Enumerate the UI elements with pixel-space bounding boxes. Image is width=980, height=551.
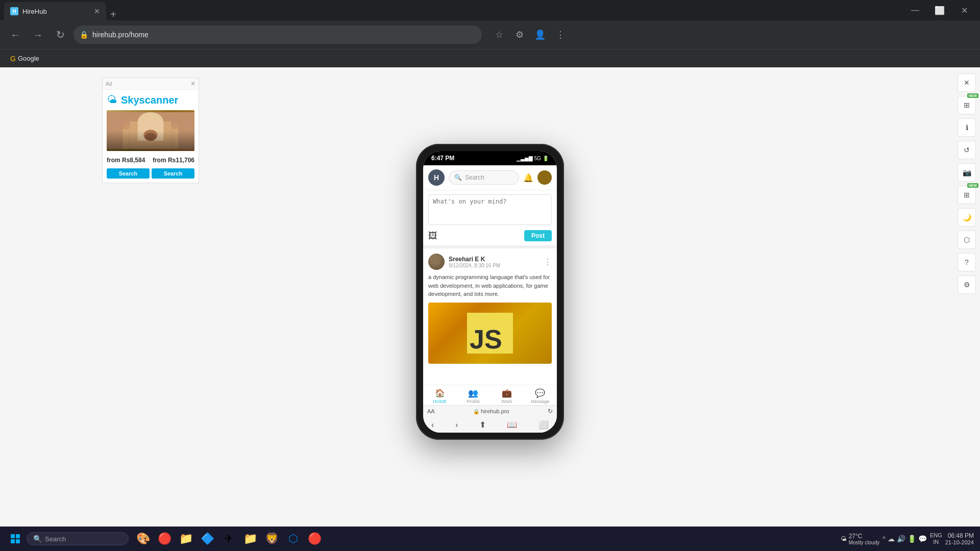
phone-tabs-button[interactable]: ⬜ bbox=[538, 420, 549, 430]
sidebar-screenshot-button[interactable]: 📷 bbox=[958, 163, 976, 182]
taskbar-app-files[interactable]: 📁 bbox=[176, 529, 196, 549]
ad-search-button-1[interactable]: Search bbox=[107, 168, 150, 179]
opera-icon: 🔴 bbox=[308, 532, 322, 545]
reload-button[interactable]: ↻ bbox=[51, 26, 69, 44]
ad-panel: Ad ✕ 🌤 Skyscanner bbox=[102, 78, 199, 183]
language-indicator[interactable]: ENG IN bbox=[930, 532, 942, 545]
menu-button[interactable]: ⋮ bbox=[551, 26, 570, 44]
image-attach-icon[interactable]: 🖼 bbox=[428, 231, 437, 241]
taskbar-app-paint[interactable]: 🎨 bbox=[133, 529, 153, 549]
home-icon: 🏠 bbox=[435, 388, 445, 398]
sidebar-dark-mode-button[interactable]: 🌙 bbox=[958, 208, 976, 227]
nav-profile-label: Profile bbox=[467, 399, 480, 404]
taskbar-app-2[interactable]: 🔴 bbox=[154, 529, 175, 549]
extensions-button[interactable]: ⚙ bbox=[510, 26, 529, 44]
sidebar-new-tab2-button[interactable]: ⊞ bbox=[958, 186, 976, 204]
phone-bookmark-button[interactable]: 📖 bbox=[507, 420, 517, 430]
nav-home[interactable]: 🏠 HOME bbox=[423, 388, 457, 404]
sidebar-help-button[interactable]: ? bbox=[958, 253, 976, 271]
close-button[interactable]: ✕ bbox=[952, 0, 976, 20]
taskbar-app-vscode[interactable]: ⬡ bbox=[283, 529, 303, 549]
active-tab[interactable]: H HireHub ✕ bbox=[4, 2, 106, 20]
weather-icon: 🌤 bbox=[841, 535, 847, 542]
search-placeholder: Search bbox=[465, 174, 484, 181]
nav-work[interactable]: 💼 Work bbox=[490, 388, 524, 404]
address-bar[interactable]: 🔒 hirehub.pro/home bbox=[74, 26, 482, 44]
window-controls: — ⬜ ✕ bbox=[903, 0, 976, 20]
back-button[interactable]: ← bbox=[6, 26, 24, 44]
forward-button[interactable]: → bbox=[29, 26, 47, 44]
post-textarea[interactable] bbox=[428, 194, 552, 225]
lock-icon: 🔒 bbox=[473, 409, 479, 414]
phone-status-icons: ▁▃▅▇ 5G 🔋 bbox=[517, 156, 549, 161]
font-size-button[interactable]: AA bbox=[427, 408, 435, 414]
post-actions: 🖼 Post bbox=[428, 230, 552, 241]
sidebar-settings-button[interactable]: ⚙ bbox=[958, 276, 976, 294]
profile-button[interactable]: 👤 bbox=[531, 26, 549, 44]
files-icon: 📁 bbox=[179, 532, 193, 545]
toolbar-actions: ☆ ⚙ 👤 ⋮ bbox=[490, 26, 570, 44]
clock-time: 06:48 PM bbox=[945, 532, 974, 539]
notification-icon[interactable]: 🔔 bbox=[523, 173, 533, 183]
cloud-icon[interactable]: ☁ bbox=[888, 535, 895, 543]
battery-icon: 🔋 bbox=[543, 156, 549, 161]
sidebar-refresh-button[interactable]: ↺ bbox=[958, 141, 976, 159]
brave-icon: 🦁 bbox=[265, 532, 279, 545]
maximize-button[interactable]: ⬜ bbox=[928, 0, 951, 20]
svg-point-5 bbox=[123, 122, 130, 130]
systray-expand-button[interactable]: ^ bbox=[883, 535, 886, 542]
sidebar-info-button[interactable]: ℹ bbox=[958, 118, 976, 137]
bookmark-star-button[interactable]: ☆ bbox=[490, 26, 508, 44]
phone-reload-button[interactable]: ↻ bbox=[548, 408, 553, 415]
ad-search-button-2[interactable]: Search bbox=[152, 168, 194, 179]
post-button[interactable]: Post bbox=[524, 230, 552, 241]
profile-avatar[interactable] bbox=[537, 170, 552, 185]
post-author-name: Sreehari E K bbox=[449, 256, 540, 263]
taskbar-app-4[interactable]: 🔷 bbox=[197, 529, 217, 549]
phone-mockup: 6:47 PM ▁▃▅▇ 5G 🔋 H 🔍 Search bbox=[416, 144, 564, 440]
minimize-button[interactable]: — bbox=[903, 0, 927, 20]
phone-forward-button[interactable]: › bbox=[455, 420, 458, 430]
vscode-icon: ⬡ bbox=[288, 532, 298, 545]
sidebar-new-tab-button[interactable]: ⊞ bbox=[958, 96, 976, 114]
ad-image-overlay bbox=[107, 131, 194, 151]
nav-profile[interactable]: 👥 Profile bbox=[457, 388, 491, 404]
user-avatar: H bbox=[428, 169, 445, 186]
clock-display[interactable]: 06:48 PM 21-10-2024 bbox=[945, 532, 974, 545]
taskbar-app-brave[interactable]: 🦁 bbox=[261, 529, 282, 549]
title-bar: H HireHub ✕ + — ⬜ ✕ bbox=[0, 0, 980, 20]
phone-url-bar[interactable]: 🔒 hirehub.pro bbox=[438, 408, 545, 414]
ad-close-button[interactable]: ✕ bbox=[190, 80, 195, 87]
volume-icon[interactable]: 🔊 bbox=[897, 535, 905, 543]
taskbar-app-opera[interactable]: 🔴 bbox=[304, 529, 325, 549]
ad-label: Ad bbox=[106, 81, 112, 87]
sidebar-share-button[interactable]: ⬡ bbox=[958, 231, 976, 249]
taskbar-app-explorer[interactable]: 📁 bbox=[240, 529, 260, 549]
systray: ^ ☁ 🔊 🔋 💬 bbox=[883, 535, 927, 543]
post-info: Sreehari E K 9/12/2024, 8:30:16 PM bbox=[449, 256, 540, 268]
signal-bars-icon: ▁▃▅▇ bbox=[517, 156, 533, 161]
ad-price-1-value: from Rs8,584 bbox=[107, 157, 145, 164]
bookmark-google[interactable]: G Google bbox=[6, 53, 43, 65]
post-menu-icon[interactable]: ⋮ bbox=[544, 257, 552, 267]
start-button[interactable] bbox=[6, 530, 24, 548]
taskbar-search-bar[interactable]: 🔍 Search bbox=[27, 532, 129, 545]
post-date: 9/12/2024, 8:30:16 PM bbox=[449, 263, 540, 268]
battery-systray-icon[interactable]: 🔋 bbox=[908, 535, 916, 543]
chat-icon[interactable]: 💬 bbox=[918, 535, 927, 543]
telegram-icon: ✈ bbox=[224, 532, 233, 545]
taskbar-right: 🌤 27°C Mostly cloudy ^ ☁ 🔊 🔋 💬 ENG IN 06… bbox=[841, 532, 974, 545]
taskbar-app-telegram[interactable]: ✈ bbox=[218, 529, 239, 549]
post-header: Sreehari E K 9/12/2024, 8:30:16 PM ⋮ bbox=[428, 254, 552, 270]
new-tab-button[interactable]: + bbox=[110, 9, 116, 20]
right-sidebar: ✕ ⊞ ℹ ↺ 📷 ⊞ 🌙 ⬡ ? ⚙ bbox=[953, 67, 980, 527]
tab-close-button[interactable]: ✕ bbox=[94, 7, 100, 15]
feed-post: Sreehari E K 9/12/2024, 8:30:16 PM ⋮ a d… bbox=[423, 248, 557, 369]
app-search-bar[interactable]: 🔍 Search bbox=[449, 170, 519, 185]
ad-header: Ad ✕ bbox=[103, 78, 199, 90]
phone-back-button[interactable]: ‹ bbox=[431, 420, 434, 430]
bookmark-label: Google bbox=[18, 55, 39, 62]
nav-message[interactable]: 💬 Message bbox=[524, 388, 557, 404]
sidebar-close-button[interactable]: ✕ bbox=[958, 73, 976, 92]
phone-share-button[interactable]: ⬆ bbox=[479, 420, 486, 430]
